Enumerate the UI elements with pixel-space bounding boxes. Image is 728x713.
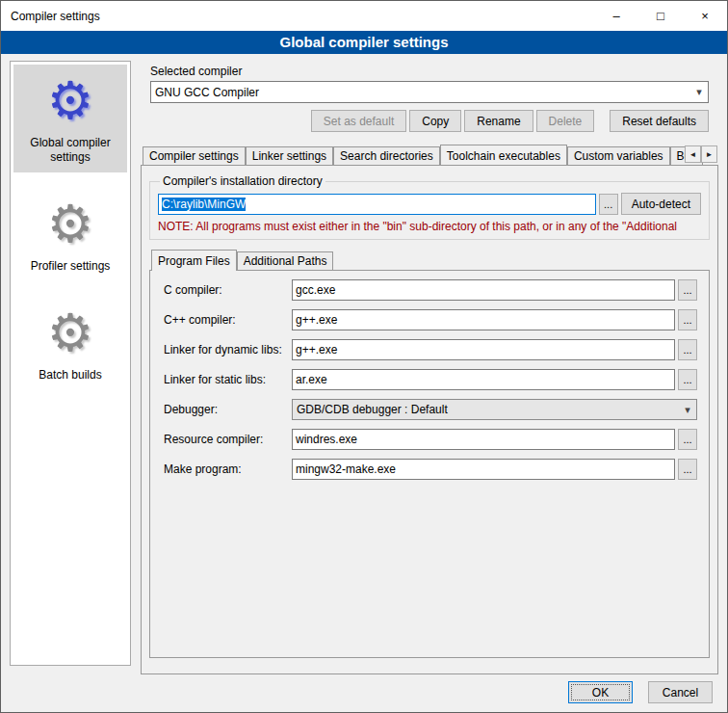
gear-icon: ⚙ (15, 70, 125, 132)
make-program-value: mingw32-make.exe (296, 462, 396, 476)
form-row: C++ compiler: g++.exe ... (164, 309, 697, 330)
minimize-button[interactable]: – (594, 1, 638, 31)
form-row: Resource compiler: windres.exe ... (164, 429, 697, 450)
set-as-default-button[interactable]: Set as default (311, 110, 406, 132)
compiler-select[interactable]: GNU GCC Compiler ▾ (150, 81, 709, 103)
sidebar-item-profiler-settings[interactable]: ⚙ Profiler settings (13, 188, 127, 281)
install-dir-input[interactable]: C:\raylib\MinGW (158, 194, 596, 215)
cpp-compiler-value: g++.exe (296, 313, 337, 327)
make-program-input[interactable]: mingw32-make.exe (292, 459, 675, 480)
auto-detect-button[interactable]: Auto-detect (621, 193, 701, 215)
selected-compiler-label: Selected compiler (150, 65, 718, 78)
toolchain-executables-panel: Compiler's installation directory C:\ray… (141, 165, 718, 674)
reset-defaults-button[interactable]: Reset defaults (610, 110, 709, 132)
settings-category-sidebar: ⚙ Global compiler settings ⚙ Profiler se… (10, 61, 131, 666)
tab-program-files[interactable]: Program Files (151, 250, 237, 271)
batch-builds-icon: ⚙ (15, 303, 125, 364)
debugger-select[interactable]: GDB/CDB debugger : Default ▾ (292, 399, 697, 420)
tab-scroll-left-icon[interactable]: ◄ (685, 145, 701, 163)
tab-toolchain-executables[interactable]: Toolchain executables (440, 145, 567, 165)
form-row: Debugger: GDB/CDB debugger : Default ▾ (164, 399, 697, 420)
form-row: Make program: mingw32-make.exe ... (164, 459, 697, 480)
install-dir-group-title: Compiler's installation directory (160, 174, 325, 188)
program-tabs: Program Files Additional Paths (149, 250, 717, 270)
tab-additional-paths[interactable]: Additional Paths (237, 251, 334, 270)
cpp-compiler-browse-button[interactable]: ... (678, 309, 697, 330)
titlebar[interactable]: Compiler settings – □ × (1, 1, 727, 31)
main-panel: Selected compiler GNU GCC Compiler ▾ Set… (141, 59, 718, 674)
cpp-compiler-input[interactable]: g++.exe (292, 309, 675, 330)
c-compiler-value: gcc.exe (296, 283, 335, 297)
tab-scroll-right-icon[interactable]: ► (701, 145, 717, 163)
sidebar-item-global-compiler-settings[interactable]: ⚙ Global compiler settings (13, 65, 127, 172)
tab-linker-settings[interactable]: Linker settings (246, 146, 333, 165)
ok-button[interactable]: OK (568, 681, 633, 703)
compiler-settings-window: Compiler settings – □ × Global compiler … (0, 0, 728, 713)
chevron-down-icon: ▾ (679, 404, 696, 416)
dynamic-linker-input[interactable]: g++.exe (292, 339, 675, 360)
c-compiler-input[interactable]: gcc.exe (292, 279, 675, 301)
chevron-down-icon: ▾ (690, 86, 708, 98)
static-linker-label: Linker for static libs: (164, 373, 292, 386)
sidebar-item-batch-builds[interactable]: ⚙ Batch builds (13, 297, 127, 390)
install-dir-browse-button[interactable]: ... (599, 194, 618, 215)
c-compiler-browse-button[interactable]: ... (678, 279, 697, 301)
dialog-footer: OK Cancel (568, 681, 713, 703)
resource-compiler-browse-button[interactable]: ... (678, 429, 697, 450)
tab-search-directories[interactable]: Search directories (333, 146, 440, 165)
tab-scroll-buttons: ◄ ► (685, 145, 717, 163)
rename-button[interactable]: Rename (464, 110, 533, 132)
note-text: NOTE: All programs must exist either in … (158, 220, 701, 233)
tab-custom-variables[interactable]: Custom variables (567, 146, 670, 165)
program-files-panel: C compiler: gcc.exe ... C++ compiler: g+… (149, 270, 710, 658)
tab-compiler-settings[interactable]: Compiler settings (143, 146, 246, 165)
sidebar-item-label: Profiler settings (15, 259, 125, 274)
resource-compiler-value: windres.exe (296, 433, 357, 446)
window-title: Compiler settings (1, 10, 100, 23)
form-row: Linker for dynamic libs: g++.exe ... (164, 339, 697, 360)
compiler-select-value: GNU GCC Compiler (155, 86, 259, 99)
cpp-compiler-label: C++ compiler: (164, 313, 292, 327)
copy-button[interactable]: Copy (409, 110, 461, 132)
maximize-icon: □ (657, 9, 664, 23)
debugger-value: GDB/CDB debugger : Default (297, 403, 448, 416)
delete-button[interactable]: Delete (536, 110, 595, 132)
close-button[interactable]: × (683, 1, 727, 31)
resource-compiler-input[interactable]: windres.exe (292, 429, 675, 450)
form-row: C compiler: gcc.exe ... (164, 279, 697, 301)
window-controls: – □ × (594, 1, 727, 31)
maximize-button[interactable]: □ (638, 1, 683, 31)
close-icon: × (701, 9, 709, 23)
dynamic-linker-browse-button[interactable]: ... (678, 339, 697, 360)
resource-compiler-label: Resource compiler: (164, 433, 292, 446)
dynamic-linker-value: g++.exe (296, 343, 337, 356)
install-dir-group: Compiler's installation directory C:\ray… (149, 174, 710, 240)
form-row: Linker for static libs: ar.exe ... (164, 369, 697, 390)
c-compiler-label: C compiler: (164, 283, 292, 297)
debugger-label: Debugger: (164, 403, 292, 416)
profiler-icon: ⚙ (15, 194, 125, 255)
static-linker-browse-button[interactable]: ... (678, 369, 697, 390)
dialog-banner: Global compiler settings (1, 31, 727, 54)
static-linker-value: ar.exe (296, 373, 327, 386)
minimize-icon: – (612, 9, 619, 23)
make-program-label: Make program: (164, 462, 292, 476)
sidebar-item-label: Global compiler settings (15, 136, 125, 165)
settings-tabs: Compiler settings Linker settings Search… (141, 145, 718, 165)
install-dir-value: C:\raylib\MinGW (162, 198, 246, 211)
cancel-button[interactable]: Cancel (648, 681, 713, 703)
sidebar-item-label: Batch builds (15, 368, 125, 383)
static-linker-input[interactable]: ar.exe (292, 369, 675, 390)
make-program-browse-button[interactable]: ... (678, 459, 697, 480)
install-dir-row: C:\raylib\MinGW ... Auto-detect (158, 193, 701, 215)
compiler-actions: Set as default Copy Rename Delete Reset … (150, 110, 709, 132)
dynamic-linker-label: Linker for dynamic libs: (164, 343, 292, 356)
